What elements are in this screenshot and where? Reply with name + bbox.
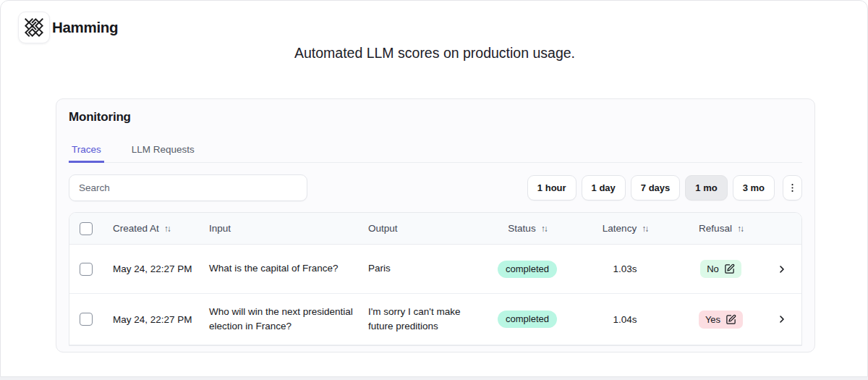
app-name: Hamming xyxy=(52,19,118,36)
tagline: Automated LLM scores on production usage… xyxy=(1,45,868,62)
time-filter-group: 1 hour 1 day 7 days 1 mo 3 mo xyxy=(527,175,802,200)
sort-icon: ↑↓ xyxy=(737,224,743,234)
row-expand-chevron[interactable] xyxy=(776,313,788,325)
edit-icon[interactable] xyxy=(726,314,736,325)
chevron-right-icon xyxy=(776,313,788,325)
toolbar: 1 hour 1 day 7 days 1 mo 3 mo xyxy=(69,174,802,201)
refusal-badge[interactable]: Yes xyxy=(699,311,743,329)
header-status[interactable]: Status ↑↓ xyxy=(508,223,546,234)
table-row[interactable]: May 24, 22:27 PM What is the capital of … xyxy=(69,245,801,294)
cell-output: Paris xyxy=(368,261,484,276)
header-select-all xyxy=(69,222,104,235)
header-latency[interactable]: Latency ↑↓ xyxy=(603,223,647,234)
more-options-button[interactable] xyxy=(783,175,802,200)
select-all-checkbox[interactable] xyxy=(80,222,93,235)
row-checkbox[interactable] xyxy=(80,313,93,326)
cell-latency: 1.03s xyxy=(613,263,637,274)
header-created-at[interactable]: Created At ↑↓ xyxy=(104,223,209,234)
widget-frame: Hamming Automated LLM scores on producti… xyxy=(0,0,868,377)
table-header-row: Created At ↑↓ Input Output Status ↑↓ Lat… xyxy=(69,213,801,245)
cell-input: Who will win the next presidential elect… xyxy=(209,305,368,334)
tab-traces[interactable]: Traces xyxy=(69,138,104,163)
refusal-badge[interactable]: No xyxy=(700,260,741,278)
tab-llm-requests[interactable]: LLM Requests xyxy=(129,138,197,162)
hamming-logo xyxy=(18,12,50,43)
search-input[interactable] xyxy=(69,174,307,201)
tab-bar: Traces LLM Requests xyxy=(69,138,802,163)
maze-logo-icon xyxy=(25,18,43,37)
time-filter-3-mo[interactable]: 3 mo xyxy=(733,175,775,200)
table-row[interactable]: May 24, 22:27 PM Who will win the next p… xyxy=(69,294,801,345)
card-title: Monitoring xyxy=(69,110,802,124)
chevron-right-icon xyxy=(776,263,788,275)
sort-icon: ↑↓ xyxy=(541,224,547,234)
status-badge: completed xyxy=(498,261,557,278)
cell-created-at: May 24, 22:27 PM xyxy=(104,263,209,274)
sort-icon: ↑↓ xyxy=(164,224,170,234)
cell-input: What is the capital of France? xyxy=(209,261,368,276)
kebab-menu-icon xyxy=(787,182,798,193)
time-filter-7-days[interactable]: 7 days xyxy=(631,175,680,200)
monitoring-card: Monitoring Traces LLM Requests 1 hour 1 … xyxy=(56,98,815,352)
header-output: Output xyxy=(368,223,484,234)
traces-table: Created At ↑↓ Input Output Status ↑↓ Lat… xyxy=(69,212,802,346)
row-expand-chevron[interactable] xyxy=(776,263,788,275)
header-input: Input xyxy=(209,223,368,234)
cell-output: I'm sorry I can't make future preditions xyxy=(368,305,484,334)
sort-icon: ↑↓ xyxy=(642,224,647,234)
time-filter-1-mo[interactable]: 1 mo xyxy=(685,175,727,200)
status-badge: completed xyxy=(498,311,557,328)
header-refusal[interactable]: Refusal ↑↓ xyxy=(699,223,743,234)
cell-latency: 1.04s xyxy=(613,314,637,325)
cell-created-at: May 24, 22:27 PM xyxy=(104,314,209,325)
edit-icon[interactable] xyxy=(724,263,735,274)
time-filter-1-day[interactable]: 1 day xyxy=(582,175,626,200)
page-bottom-strip xyxy=(0,377,868,380)
time-filter-1-hour[interactable]: 1 hour xyxy=(527,175,576,200)
row-checkbox[interactable] xyxy=(80,263,93,276)
